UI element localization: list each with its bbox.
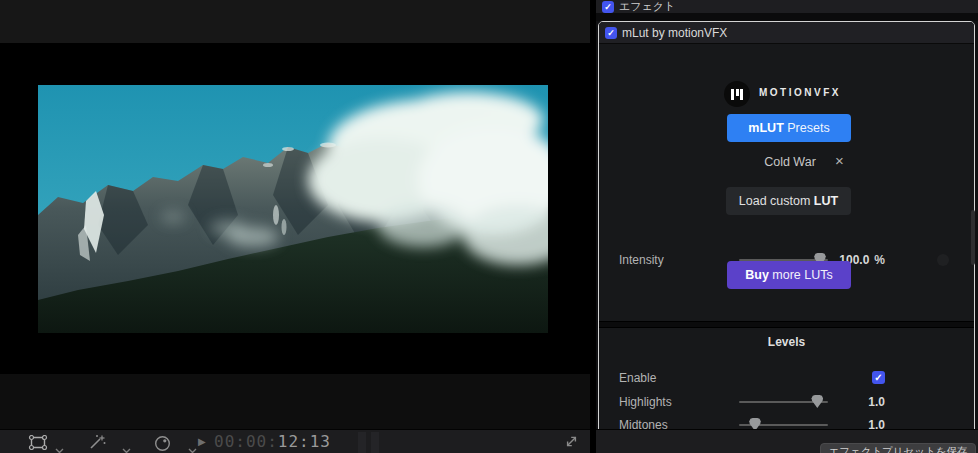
brand-row: MOTIONVFX: [599, 78, 974, 112]
transform-tool-icon[interactable]: [28, 435, 48, 453]
viewer-stage: [0, 43, 590, 374]
load-custom-label-bold: LUT: [814, 194, 838, 208]
video-preview: [38, 85, 548, 333]
presets-button-label-bold: mLUT: [748, 121, 783, 135]
audio-meter-right: [371, 432, 379, 453]
motionvfx-logo-icon: [724, 81, 750, 107]
timecode-seconds-frames: 12:13: [278, 432, 331, 451]
selected-preset-row: Cold War ×: [599, 153, 974, 171]
levels-enable-checkbox[interactable]: ✓: [872, 371, 885, 384]
effect-title-row[interactable]: ✓ mLut by motionVFX: [599, 22, 974, 44]
intensity-unit: %: [869, 253, 885, 267]
load-custom-lut-button[interactable]: Load custom LUT: [726, 187, 851, 215]
selected-preset-name: Cold War: [695, 153, 885, 171]
levels-section-title: Levels: [599, 335, 974, 349]
effects-section-header[interactable]: ✓ エフェクト: [596, 0, 978, 13]
enable-label: Enable: [619, 371, 656, 385]
brand-name: MOTIONVFX: [759, 87, 841, 98]
buy-button-label-rest: more LUTs: [769, 268, 833, 282]
inspector-footer-bar: エフェクトプリセットを保存: [596, 429, 978, 453]
intensity-label: Intensity: [619, 253, 664, 267]
magic-wand-icon[interactable]: [87, 434, 107, 453]
audio-meter-left: [358, 432, 366, 453]
viewer-top-strip: [0, 0, 590, 43]
highlights-parameter-row: Highlights 1.0: [599, 394, 974, 410]
save-effect-preset-button[interactable]: エフェクトプリセットを保存: [820, 443, 976, 453]
play-icon[interactable]: ▶: [198, 436, 206, 447]
load-custom-label-rest: Load custom: [739, 194, 814, 208]
selected-effect-block: ✓ mLut by motionVFX MOTIONVFX mLUT Prese…: [598, 21, 975, 453]
viewer-lower-strip: [0, 374, 590, 429]
effects-checkbox[interactable]: ✓: [602, 1, 614, 13]
remove-preset-icon[interactable]: ×: [835, 152, 844, 170]
color-correction-icon[interactable]: [154, 435, 171, 453]
presets-button-label-rest: Presets: [784, 121, 830, 135]
effects-inspector-panel: ✓ エフェクト ✓ mLut by motionVFX MOTIONVFX mL…: [590, 0, 978, 453]
effect-enable-checkbox[interactable]: ✓: [605, 27, 617, 39]
highlights-label: Highlights: [619, 395, 672, 409]
video-art: [38, 85, 548, 333]
mlut-presets-button[interactable]: mLUT Presets: [727, 114, 851, 142]
app-window: ▶ 00:00:12:13 ✓ エフェクト ✓ mLut by motionVF…: [0, 0, 978, 453]
transform-chevron-down-icon[interactable]: [55, 440, 64, 453]
section-divider: [596, 13, 978, 21]
wand-chevron-down-icon[interactable]: [122, 440, 131, 453]
effect-title: mLut by motionVFX: [622, 22, 727, 44]
color-chevron-down-icon[interactable]: [188, 440, 197, 453]
highlights-value[interactable]: 1.0: [779, 395, 885, 409]
reset-icon[interactable]: [937, 254, 949, 266]
timecode-hours-minutes: 00:00:: [214, 432, 278, 451]
enable-parameter-row: Enable ✓: [599, 370, 974, 386]
expand-icon[interactable]: [564, 434, 579, 453]
buy-button-label-bold: Buy: [745, 268, 769, 282]
effects-section-label: エフェクト: [619, 0, 675, 13]
levels-section-divider: [599, 321, 974, 328]
buy-more-luts-button[interactable]: Buy more LUTs: [727, 261, 851, 289]
timecode-display[interactable]: 00:00:12:13: [214, 432, 331, 451]
inspector-scrollbar[interactable]: [971, 210, 975, 265]
